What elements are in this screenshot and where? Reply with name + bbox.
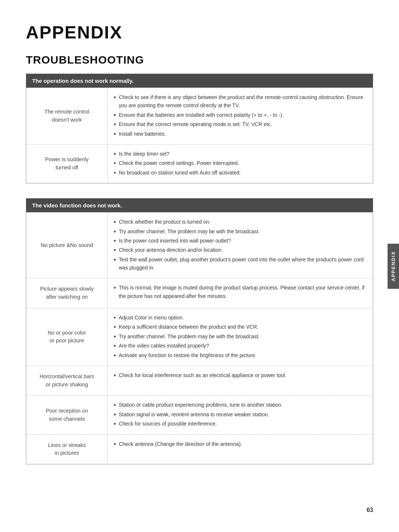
table-video: The video function does not work. No pic… [26, 198, 373, 464]
bullet-item: Station or cable product experiencing pr… [114, 401, 367, 409]
bullet-item: Check whether the product is turned on. [114, 218, 367, 226]
bullet-item: Check for local interference such as an … [114, 371, 367, 379]
row-content-remote: Check to see if there is any object betw… [108, 88, 373, 144]
table-row: Picture appears slowlyafter switching on… [26, 278, 373, 308]
table-row: No or poor coloror poor picture Adjust C… [26, 308, 373, 366]
table-row: Horizontal/vertical barsor picture shaki… [26, 366, 373, 396]
row-content-poor-color: Adjust Color in menu option. Keep a suff… [108, 308, 373, 366]
bullet-item: This is normal, the image is muted durin… [114, 284, 367, 300]
table-row: Poor reception onsome channels Station o… [26, 395, 373, 434]
row-label-no-picture: No picture &No sound [26, 213, 108, 278]
bullet-item: Is the sleep timer set? [114, 150, 367, 158]
row-content-lines: Check antenna (Change the direction of t… [108, 435, 373, 464]
row-label-lines: Lines or streaksin pictures [26, 435, 108, 464]
table-row: Power is suddenlyturned off Is the sleep… [26, 144, 373, 183]
row-content-picture-slow: This is normal, the image is muted durin… [108, 278, 373, 308]
bullet-item: Station signal is weak, reorient antenna… [114, 410, 367, 419]
bullet-item: Test the wall power outlet, plug another… [114, 255, 367, 272]
bullet-item: Are the video cables installed properly? [114, 342, 367, 350]
bullet-item: Check your antenna direction and/or loca… [114, 246, 367, 254]
page-number: 63 [366, 507, 373, 514]
bullet-item: Ensure that the batteries are installed … [114, 111, 367, 119]
section-title: TROUBLESHOOTING [26, 54, 373, 66]
bullet-item: Try another channel. The problem may be … [114, 227, 367, 235]
bullet-item: Check the power control settings. Power … [114, 159, 367, 167]
bullet-item: No broadcast on station tuned with Auto … [114, 169, 367, 177]
table-video-header: The video function does not work. [26, 199, 373, 212]
table-row: The remote controldoesn't work Check to … [26, 88, 373, 144]
row-label-poor-reception: Poor reception onsome channels [26, 396, 108, 434]
row-content-bars: Check for local interference such as an … [108, 366, 373, 396]
bullet-item: Adjust Color in menu option. [114, 314, 367, 322]
row-label-power: Power is suddenlyturned off [26, 145, 108, 183]
bullet-item: Ensure that the correct remote operating… [114, 120, 367, 128]
row-label-remote: The remote controldoesn't work [26, 88, 108, 144]
row-content-poor-reception: Station or cable product experiencing pr… [108, 396, 373, 434]
row-content-no-picture: Check whether the product is turned on. … [108, 213, 373, 278]
row-label-bars: Horizontal/vertical barsor picture shaki… [26, 366, 108, 396]
row-content-power: Is the sleep timer set? Check the power … [108, 145, 373, 183]
table-row: Lines or streaksin pictures Check antenn… [26, 434, 373, 464]
table-operation: The operation does not work normally. Th… [26, 74, 373, 183]
bullet-item: Try another channel. The problem may be … [114, 332, 367, 340]
bullet-item: Keep a sufficient distance between the p… [114, 323, 367, 331]
bullet-item: Check to see if there is any object betw… [114, 93, 367, 110]
bullet-item: Install new batteries. [114, 130, 367, 138]
row-label-poor-color: No or poor coloror poor picture [26, 308, 108, 366]
bullet-item: Check for sources of possible interferen… [114, 420, 367, 428]
table-operation-header: The operation does not work normally. [26, 74, 373, 88]
bullet-item: Check antenna (Change the direction of t… [114, 440, 367, 448]
bullet-item: Is the power cord inserted into wall pow… [114, 237, 367, 245]
bullet-item: Activate any function to restore the bri… [114, 351, 367, 359]
table-row: No picture &No sound Check whether the p… [26, 212, 373, 278]
row-label-picture-slow: Picture appears slowlyafter switching on [26, 278, 108, 308]
side-tab: APPENDIX [388, 243, 399, 288]
page-title: APPENDIX [26, 22, 373, 43]
